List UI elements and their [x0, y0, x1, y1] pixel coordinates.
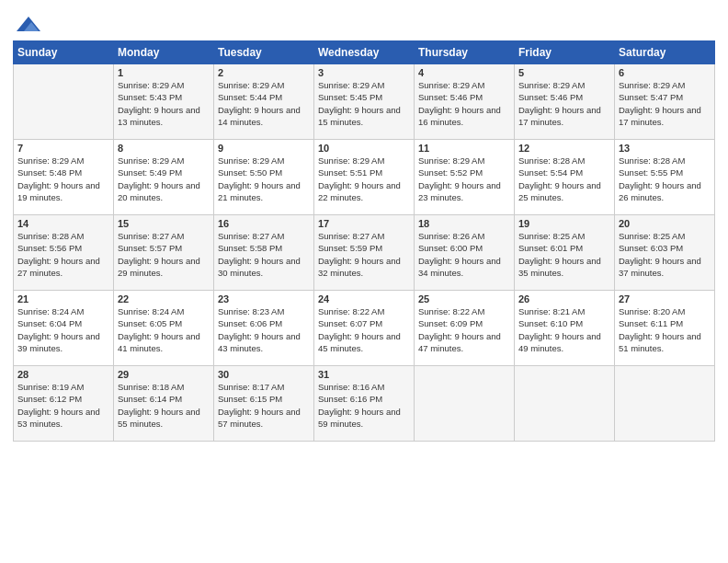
day-number: 29 [118, 369, 210, 380]
week-row-4: 21Sunrise: 8:24 AMSunset: 6:04 PMDayligh… [14, 291, 715, 366]
logo-icon [15, 13, 42, 35]
day-info: Sunrise: 8:29 AMSunset: 5:44 PMDaylight:… [218, 79, 310, 128]
day-cell: 8Sunrise: 8:29 AMSunset: 5:49 PMDaylight… [114, 140, 214, 215]
day-info: Sunrise: 8:17 AMSunset: 6:15 PMDaylight:… [218, 381, 310, 430]
day-info: Sunrise: 8:16 AMSunset: 6:16 PMDaylight:… [318, 381, 410, 430]
day-number: 1 [118, 67, 210, 78]
day-info: Sunrise: 8:20 AMSunset: 6:11 PMDaylight:… [619, 305, 711, 354]
col-header-monday: Monday [114, 41, 214, 64]
day-number: 30 [218, 369, 310, 380]
col-header-wednesday: Wednesday [314, 41, 415, 64]
day-cell: 31Sunrise: 8:16 AMSunset: 6:16 PMDayligh… [314, 366, 415, 442]
day-info: Sunrise: 8:28 AMSunset: 5:54 PMDaylight:… [518, 155, 610, 203]
day-number: 15 [118, 218, 210, 229]
week-row-3: 14Sunrise: 8:28 AMSunset: 5:56 PMDayligh… [14, 215, 715, 291]
day-cell: 1Sunrise: 8:29 AMSunset: 5:43 PMDaylight… [114, 64, 214, 140]
day-cell: 26Sunrise: 8:21 AMSunset: 6:10 PMDayligh… [515, 291, 615, 366]
day-info: Sunrise: 8:29 AMSunset: 5:52 PMDaylight:… [418, 155, 510, 203]
day-info: Sunrise: 8:29 AMSunset: 5:50 PMDaylight:… [218, 155, 310, 203]
day-info: Sunrise: 8:29 AMSunset: 5:51 PMDaylight:… [318, 155, 410, 203]
day-info: Sunrise: 8:28 AMSunset: 5:56 PMDaylight:… [17, 230, 109, 279]
logo [13, 13, 42, 35]
day-info: Sunrise: 8:27 AMSunset: 5:57 PMDaylight:… [118, 230, 210, 279]
day-info: Sunrise: 8:29 AMSunset: 5:43 PMDaylight:… [118, 79, 210, 128]
col-header-thursday: Thursday [415, 41, 515, 64]
day-cell [615, 366, 715, 442]
day-info: Sunrise: 8:22 AMSunset: 6:09 PMDaylight:… [418, 305, 510, 354]
day-number: 3 [318, 67, 410, 78]
day-cell: 13Sunrise: 8:28 AMSunset: 5:55 PMDayligh… [615, 140, 715, 215]
col-header-tuesday: Tuesday [214, 41, 314, 64]
day-cell: 20Sunrise: 8:25 AMSunset: 6:03 PMDayligh… [615, 215, 715, 291]
day-info: Sunrise: 8:29 AMSunset: 5:47 PMDaylight:… [619, 79, 711, 128]
header-row: SundayMondayTuesdayWednesdayThursdayFrid… [14, 41, 715, 64]
day-number: 18 [418, 218, 510, 229]
day-cell: 7Sunrise: 8:29 AMSunset: 5:48 PMDaylight… [14, 140, 114, 215]
day-number: 6 [619, 67, 711, 78]
day-cell: 11Sunrise: 8:29 AMSunset: 5:52 PMDayligh… [415, 140, 515, 215]
day-info: Sunrise: 8:26 AMSunset: 6:00 PMDaylight:… [418, 230, 510, 279]
day-number: 21 [17, 293, 109, 304]
day-number: 13 [619, 143, 711, 154]
day-info: Sunrise: 8:29 AMSunset: 5:46 PMDaylight:… [418, 79, 510, 128]
day-cell: 15Sunrise: 8:27 AMSunset: 5:57 PMDayligh… [114, 215, 214, 291]
day-cell: 21Sunrise: 8:24 AMSunset: 6:04 PMDayligh… [14, 291, 114, 366]
day-number: 10 [318, 143, 410, 154]
day-cell: 17Sunrise: 8:27 AMSunset: 5:59 PMDayligh… [314, 215, 415, 291]
day-info: Sunrise: 8:24 AMSunset: 6:05 PMDaylight:… [118, 305, 210, 354]
day-number: 17 [318, 218, 410, 229]
col-header-sunday: Sunday [14, 41, 114, 64]
day-cell: 22Sunrise: 8:24 AMSunset: 6:05 PMDayligh… [114, 291, 214, 366]
day-number: 27 [619, 293, 711, 304]
day-number: 23 [218, 293, 310, 304]
day-number: 25 [418, 293, 510, 304]
col-header-friday: Friday [515, 41, 615, 64]
day-number: 19 [518, 218, 610, 229]
day-cell: 24Sunrise: 8:22 AMSunset: 6:07 PMDayligh… [314, 291, 415, 366]
day-cell: 10Sunrise: 8:29 AMSunset: 5:51 PMDayligh… [314, 140, 415, 215]
day-number: 4 [418, 67, 510, 78]
day-number: 9 [218, 143, 310, 154]
day-cell: 29Sunrise: 8:18 AMSunset: 6:14 PMDayligh… [114, 366, 214, 442]
day-number: 11 [418, 143, 510, 154]
day-info: Sunrise: 8:28 AMSunset: 5:55 PMDaylight:… [619, 155, 711, 203]
day-cell [515, 366, 615, 442]
day-cell: 23Sunrise: 8:23 AMSunset: 6:06 PMDayligh… [214, 291, 314, 366]
day-cell: 9Sunrise: 8:29 AMSunset: 5:50 PMDaylight… [214, 140, 314, 215]
day-cell [14, 64, 114, 140]
day-cell: 5Sunrise: 8:29 AMSunset: 5:46 PMDaylight… [515, 64, 615, 140]
day-info: Sunrise: 8:23 AMSunset: 6:06 PMDaylight:… [218, 305, 310, 354]
day-cell: 14Sunrise: 8:28 AMSunset: 5:56 PMDayligh… [14, 215, 114, 291]
day-info: Sunrise: 8:29 AMSunset: 5:45 PMDaylight:… [318, 79, 410, 128]
day-cell: 28Sunrise: 8:19 AMSunset: 6:12 PMDayligh… [14, 366, 114, 442]
day-cell: 3Sunrise: 8:29 AMSunset: 5:45 PMDaylight… [314, 64, 415, 140]
day-info: Sunrise: 8:25 AMSunset: 6:01 PMDaylight:… [518, 230, 610, 279]
day-info: Sunrise: 8:27 AMSunset: 5:58 PMDaylight:… [218, 230, 310, 279]
day-number: 7 [17, 143, 109, 154]
day-cell: 19Sunrise: 8:25 AMSunset: 6:01 PMDayligh… [515, 215, 615, 291]
day-number: 24 [318, 293, 410, 304]
day-number: 16 [218, 218, 310, 229]
day-cell: 18Sunrise: 8:26 AMSunset: 6:00 PMDayligh… [415, 215, 515, 291]
day-number: 2 [218, 67, 310, 78]
day-cell [415, 366, 515, 442]
week-row-2: 7Sunrise: 8:29 AMSunset: 5:48 PMDaylight… [14, 140, 715, 215]
day-number: 12 [518, 143, 610, 154]
day-cell: 2Sunrise: 8:29 AMSunset: 5:44 PMDaylight… [214, 64, 314, 140]
day-cell: 4Sunrise: 8:29 AMSunset: 5:46 PMDaylight… [415, 64, 515, 140]
col-header-saturday: Saturday [615, 41, 715, 64]
day-cell: 25Sunrise: 8:22 AMSunset: 6:09 PMDayligh… [415, 291, 515, 366]
day-number: 5 [518, 67, 610, 78]
day-cell: 6Sunrise: 8:29 AMSunset: 5:47 PMDaylight… [615, 64, 715, 140]
day-info: Sunrise: 8:25 AMSunset: 6:03 PMDaylight:… [619, 230, 711, 279]
day-number: 28 [17, 369, 109, 380]
day-info: Sunrise: 8:22 AMSunset: 6:07 PMDaylight:… [318, 305, 410, 354]
day-cell: 16Sunrise: 8:27 AMSunset: 5:58 PMDayligh… [214, 215, 314, 291]
week-row-1: 1Sunrise: 8:29 AMSunset: 5:43 PMDaylight… [14, 64, 715, 140]
day-info: Sunrise: 8:19 AMSunset: 6:12 PMDaylight:… [17, 381, 109, 430]
day-info: Sunrise: 8:21 AMSunset: 6:10 PMDaylight:… [518, 305, 610, 354]
header [13, 9, 715, 35]
day-number: 20 [619, 218, 711, 229]
calendar-table: SundayMondayTuesdayWednesdayThursdayFrid… [13, 40, 715, 442]
day-cell: 27Sunrise: 8:20 AMSunset: 6:11 PMDayligh… [615, 291, 715, 366]
